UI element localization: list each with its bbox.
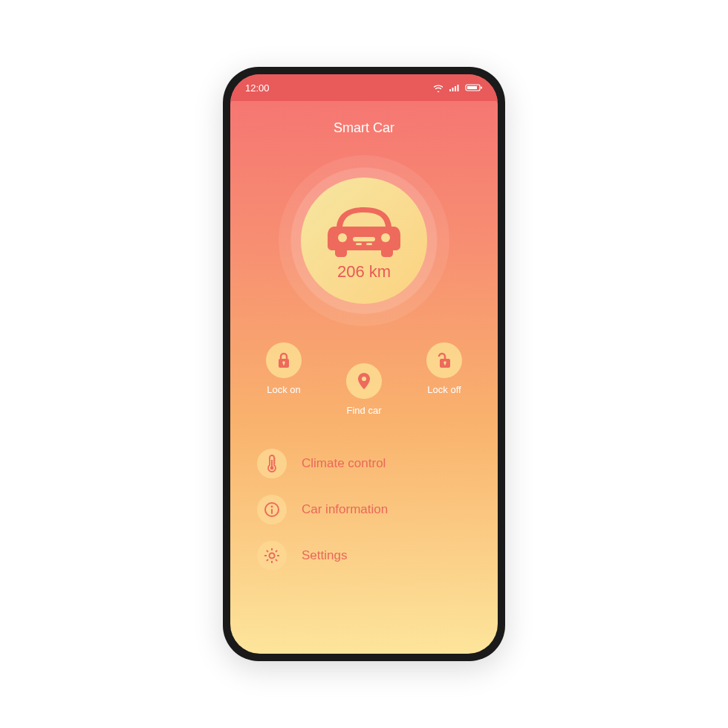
lock-off-label: Lock off <box>427 384 461 395</box>
menu-list: Climate control Car information <box>230 449 498 571</box>
svg-rect-10 <box>356 243 362 245</box>
svg-rect-5 <box>467 86 477 89</box>
svg-rect-9 <box>353 237 375 241</box>
svg-rect-11 <box>366 243 372 245</box>
svg-rect-2 <box>455 86 456 91</box>
svg-rect-0 <box>449 89 451 91</box>
svg-rect-6 <box>481 87 482 89</box>
svg-rect-1 <box>452 88 454 91</box>
screen: 12:00 <box>230 74 498 654</box>
svg-point-8 <box>381 233 390 242</box>
find-car-label: Find car <box>347 405 382 416</box>
gear-icon <box>257 541 287 571</box>
hero-range-display: 206 km <box>279 155 449 326</box>
menu-climate-label: Climate control <box>302 456 386 471</box>
status-time: 12:00 <box>245 82 270 94</box>
svg-rect-26 <box>271 509 273 514</box>
wifi-icon <box>432 83 444 92</box>
lock-on-label: Lock on <box>267 384 301 395</box>
lock-icon <box>266 342 302 378</box>
svg-rect-3 <box>458 85 459 91</box>
status-bar: 12:00 <box>230 74 498 101</box>
svg-point-15 <box>362 377 366 381</box>
quick-actions: Lock on Find car <box>230 342 498 416</box>
info-icon <box>257 495 287 524</box>
svg-rect-18 <box>444 363 446 365</box>
unlock-icon <box>426 342 462 378</box>
status-icons <box>432 83 483 92</box>
svg-point-25 <box>271 506 273 508</box>
menu-climate-control[interactable]: Climate control <box>257 449 471 478</box>
range-value: 206 km <box>337 262 391 282</box>
lock-off-button[interactable]: Lock off <box>426 342 462 395</box>
svg-line-35 <box>276 550 277 552</box>
svg-line-34 <box>267 559 268 561</box>
menu-info-label: Car information <box>302 502 388 517</box>
location-pin-icon <box>346 363 382 399</box>
signal-icon <box>449 83 461 92</box>
menu-car-information[interactable]: Car information <box>257 495 471 524</box>
thermometer-icon <box>257 449 287 478</box>
svg-rect-14 <box>283 363 285 365</box>
svg-line-33 <box>276 559 277 561</box>
svg-line-32 <box>267 550 268 552</box>
menu-settings[interactable]: Settings <box>257 541 471 571</box>
phone-frame: 12:00 <box>223 67 505 661</box>
svg-point-27 <box>270 553 275 559</box>
find-car-button[interactable]: Find car <box>346 363 382 416</box>
hero-inner: 206 km <box>301 178 427 304</box>
car-icon <box>323 200 405 258</box>
lock-on-button[interactable]: Lock on <box>266 342 302 395</box>
menu-settings-label: Settings <box>302 548 347 563</box>
app-title: Smart Car <box>230 120 498 136</box>
svg-point-7 <box>338 233 347 242</box>
battery-icon <box>465 83 483 92</box>
